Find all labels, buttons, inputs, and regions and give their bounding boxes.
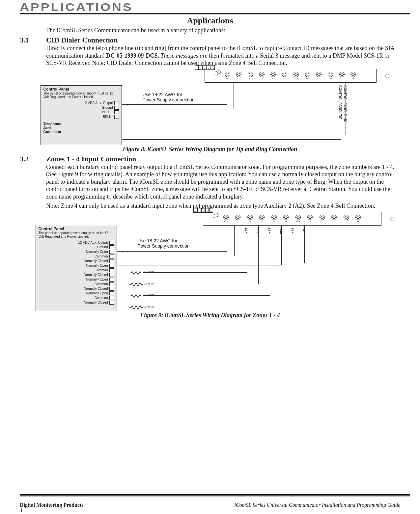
page-footer: Digital Monitoring Products iComSL Serie… xyxy=(20,502,400,508)
section-3-1: 3.1 CID Dialer Connection Directly conne… xyxy=(20,36,400,67)
wire xyxy=(117,251,227,252)
header-pin: R xyxy=(203,65,207,70)
terminal-label: Z4+ xyxy=(296,220,300,223)
terminal-label: R xyxy=(352,77,354,80)
panel-term-label: Common xyxy=(95,268,108,272)
polarity-minus: - xyxy=(121,255,123,259)
terminal-label: - xyxy=(238,220,238,223)
footer-page-number: 4 xyxy=(20,507,22,513)
screw-terminal-icon xyxy=(109,273,114,277)
wire xyxy=(227,82,227,104)
screw-terminal-icon xyxy=(114,115,119,119)
terminal-label: Z3 xyxy=(273,220,275,223)
page-intro: The iComSL Series Communicator can be us… xyxy=(46,27,400,34)
polarity-minus: - xyxy=(126,108,127,112)
screw-terminal-icon xyxy=(109,291,114,295)
wire xyxy=(227,225,227,251)
panel-term-label: BELL - xyxy=(103,115,113,119)
resistor-icon xyxy=(129,270,143,274)
awg-note-line: Power Supply connection xyxy=(138,243,190,249)
awg-note-line: Use 18-22 AWG for xyxy=(138,238,190,243)
panel-term-label: Common xyxy=(95,282,108,286)
screw-terminal-icon xyxy=(109,264,114,268)
footer-rule-shadow xyxy=(20,496,410,497)
panel-term-label: 12 VDC Aux. Output xyxy=(83,101,113,105)
screw-terminal-icon xyxy=(109,296,114,300)
footer-left: Digital Monitoring Products xyxy=(20,502,83,508)
resistor-label: 1k ohm xyxy=(144,270,154,274)
awg-note-line: Use 18-22 AWG for xyxy=(143,92,195,97)
page-content: Applications The iComSL Series Communica… xyxy=(20,16,400,319)
panel-term-label: Normally Open xyxy=(86,264,108,267)
screw-terminal-icon xyxy=(109,259,114,263)
wire xyxy=(270,225,270,295)
screw-terminal-icon xyxy=(328,72,333,77)
wire xyxy=(293,225,293,307)
board-terminals: +12 - Z1 Z2 Z3 G Z4+ Z4- O1 O2 T R xyxy=(223,215,361,223)
wire xyxy=(234,225,235,256)
telephone-jack-label: Telephone Jack Connector xyxy=(41,120,122,136)
screw-terminal-icon xyxy=(225,72,230,77)
mounting-hole-icon xyxy=(385,74,389,78)
zone-label: Z2 + xyxy=(256,228,260,233)
terminal-label: G xyxy=(285,220,287,223)
panel-note: The panel or separate power supply must … xyxy=(41,92,122,100)
wire xyxy=(281,225,282,265)
figure-8-diagram: Control Panel The panel or separate powe… xyxy=(41,69,380,145)
panel-title: Control Panel xyxy=(36,225,117,231)
wire xyxy=(143,307,293,307)
panel-title: Control Panel xyxy=(41,86,122,92)
panel-term-label: Normally Open xyxy=(86,250,108,254)
panel-terminals: 12 VDC Aux. Output Ground BELL + BELL - xyxy=(41,100,122,120)
header-pin: B xyxy=(207,65,210,70)
footer-rule xyxy=(20,494,410,496)
panel-term-label: Common xyxy=(95,255,108,258)
section-title: CID Dialer Connection xyxy=(46,36,400,44)
wire xyxy=(117,265,281,265)
screw-terminal-icon xyxy=(307,215,313,220)
screw-terminal-icon xyxy=(247,215,253,220)
jumper-label: J10 xyxy=(213,217,216,219)
control-panel-box: Control Panel The panel or separate powe… xyxy=(41,85,122,145)
header-pin: LX xyxy=(209,208,213,213)
wire xyxy=(258,225,259,284)
control-panel-ring-label: CONTROL PANEL RING xyxy=(343,85,347,122)
header-pin: B xyxy=(205,208,209,213)
figure-9-caption: Figure 9: iComSL Series Wiring Diagram f… xyxy=(20,312,400,319)
figure-8-caption: Figure 8: iComSL Series Wiring Diagram f… xyxy=(20,146,400,153)
screw-terminal-icon xyxy=(259,72,265,77)
wire xyxy=(143,272,247,273)
wire xyxy=(304,225,305,263)
screw-terminal-icon xyxy=(114,106,119,110)
panel-term-label: 12 VDC Aux. Output xyxy=(78,241,108,244)
awg-note: Use 18-22 AWG for Power Supply connectio… xyxy=(143,92,195,102)
awg-note: Use 18-22 AWG for Power Supply connectio… xyxy=(138,238,190,249)
terminal-label: Z1 xyxy=(249,77,252,80)
wire xyxy=(122,104,227,105)
section-title: Zones 1 - 4 Input Connection xyxy=(46,155,400,163)
screw-terminal-icon xyxy=(109,255,114,258)
reset-header: G Y R B LX xyxy=(195,65,215,70)
text-run-italic: These messages are xyxy=(160,52,207,59)
screw-terminal-icon xyxy=(294,72,299,77)
screw-terminal-icon xyxy=(236,72,241,77)
header-pin: G xyxy=(195,65,199,70)
section-number: 3.1 xyxy=(20,36,46,67)
icomsl-board: G Y R B LX J9 J10 +12 - Z1 Z2 Z3 G Z4+ xyxy=(203,212,381,226)
header-tab: APPLICATIONS xyxy=(20,1,420,14)
zone-label: Z3 + xyxy=(268,228,271,233)
screw-terminal-icon xyxy=(295,215,301,220)
footer-right: iComSL Series Universal Communicator Ins… xyxy=(234,502,400,508)
screw-terminal-icon xyxy=(109,301,114,305)
panel-term-label: Ground xyxy=(97,245,108,249)
header-pin: Y xyxy=(199,65,203,70)
terminal-label: R xyxy=(357,220,359,223)
jumper-label: J9 xyxy=(215,70,217,72)
terminal-label: Z2 xyxy=(261,220,263,223)
screw-terminal-icon xyxy=(320,215,325,220)
terminal-label: T xyxy=(341,77,343,80)
terminal-label: Z3 xyxy=(272,77,274,80)
screw-terminal-icon xyxy=(355,215,361,220)
control-panel-box: Control Panel The panel or separate powe… xyxy=(36,225,117,311)
terminal-label: Z1 xyxy=(248,220,251,223)
